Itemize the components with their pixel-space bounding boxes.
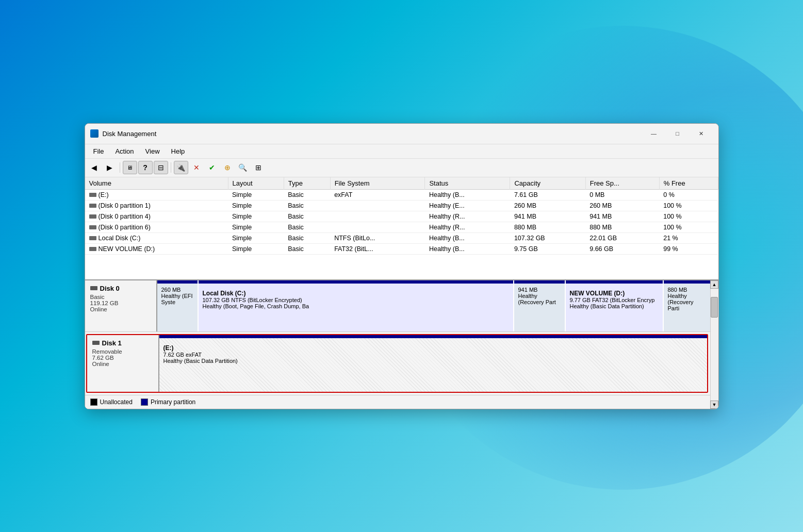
cell-layout: Simple [228,200,284,211]
delete-button[interactable]: ✕ [189,161,204,174]
volume-table: Volume Layout Type File System Status Ca… [85,177,718,255]
cell-type: Basic [284,232,330,243]
minimize-button[interactable]: — [642,125,666,142]
cell-status: Healthy (E... [425,200,510,211]
disk1-row: Disk 1 Removable 7.62 GB Online (E:) 7.6 [87,335,707,392]
scroll-up-arrow[interactable]: ▲ [710,280,718,289]
disk1-e-size: 7.62 GB exFAT [163,352,703,358]
cell-volume: NEW VOLUME (D:) [85,243,228,254]
vol-icon [89,247,96,251]
scrollbar-thumb[interactable] [711,297,718,318]
disk1-name: Disk 1 [92,339,153,347]
table-row[interactable]: (E:) Simple Basic exFAT Healthy (B... 7.… [85,189,718,200]
disk0-partition-recovery2[interactable]: 880 MB Healthy (Recovery Parti [664,280,710,331]
legend-primary-label: Primary partition [151,398,195,406]
window-controls: — □ ✕ [642,125,713,142]
cell-status: Healthy (B... [425,243,510,254]
legend-bar: Unallocated Primary partition [85,395,710,409]
disk1-partition-e[interactable]: (E:) 7.62 GB exFAT Healthy (Basic Data P… [159,338,707,392]
disk0-rec1-status: Healthy (Recovery Part [518,293,561,305]
cell-status: Healthy (B... [425,232,510,243]
vol-icon [89,193,96,197]
check-button[interactable]: ✔ [205,161,219,174]
cell-filesystem [330,222,425,232]
table-header-row: Volume Layout Type File System Status Ca… [85,177,718,190]
menubar: File Action View Help [85,144,718,159]
disk0-label: Disk 0 Basic 119.12 GB Online [85,280,157,331]
toolbar-separator-1 [120,162,120,173]
vol-icon [89,214,96,219]
cell-type: Basic [284,189,330,200]
disk0-partition-d[interactable]: NEW VOLUME (D:) 9.77 GB FAT32 (BitLocker… [566,280,664,331]
col-filesystem[interactable]: File System [330,177,425,190]
cell-pctfree: 100 % [659,211,718,222]
help-button[interactable]: ? [138,161,153,174]
table-row[interactable]: (Disk 0 partition 1) Simple Basic Health… [85,200,718,211]
col-volume[interactable]: Volume [85,177,228,190]
cell-filesystem [330,200,425,211]
table-row[interactable]: (Disk 0 partition 4) Simple Basic Health… [85,211,718,222]
cell-volume: (Disk 0 partition 4) [85,211,228,222]
cell-free: 880 MB [585,222,659,232]
disk0-d-status: Healthy (Basic Data Partition) [570,303,659,309]
vol-icon [89,204,96,208]
col-type[interactable]: Type [284,177,330,190]
cell-capacity: 107.32 GB [510,232,585,243]
properties2-button[interactable]: ⊞ [251,161,266,174]
disk0-partition-recovery1[interactable]: 941 MB Healthy (Recovery Part [514,280,566,331]
disk0-status: Online [90,306,151,312]
back-button[interactable]: ◀ [87,161,102,174]
cell-layout: Simple [228,232,284,243]
window-title: Disk Management [103,130,642,138]
cell-status: Healthy (R... [425,222,510,232]
close-button[interactable]: ✕ [690,125,713,142]
disk-properties-button[interactable]: 🖥 [123,161,137,174]
disk1-label: Disk 1 Removable 7.62 GB Online [87,335,159,392]
col-pctfree[interactable]: % Free [659,177,718,190]
connect-disk-button[interactable]: 🔌 [174,161,188,174]
search-button[interactable]: 🔍 [236,161,250,174]
cell-pctfree: 100 % [659,222,718,232]
menu-help[interactable]: Help [166,146,190,157]
maximize-button[interactable]: □ [666,125,690,142]
disk0-d-topbar [566,280,663,284]
cell-filesystem: exFAT [330,189,425,200]
cell-capacity: 880 MB [510,222,585,232]
menu-file[interactable]: File [88,146,109,157]
col-status[interactable]: Status [425,177,510,190]
add-button[interactable]: ⊕ [220,161,235,174]
scroll-down-arrow[interactable]: ▼ [710,401,718,409]
main-window: Disk Management — □ ✕ File Action View H… [85,123,719,409]
disk0-c-topbar [199,280,513,284]
app-icon [90,129,99,138]
cell-status: Healthy (B... [425,189,510,200]
cell-layout: Simple [228,189,284,200]
legend-unallocated-box [90,398,97,406]
disk0-partition-c[interactable]: Local Disk (C:) 107.32 GB NTFS (BitLocke… [199,280,514,331]
disk1-e-status: Healthy (Basic Data Partition) [163,358,703,364]
legend-primary: Primary partition [141,398,195,406]
cell-type: Basic [284,211,330,222]
cell-pctfree: 21 % [659,232,718,243]
forward-button[interactable]: ▶ [103,161,117,174]
cell-free: 0 MB [585,189,659,200]
volume-table-section: Volume Layout Type File System Status Ca… [85,177,718,280]
table-row[interactable]: Local Disk (C:) Simple Basic NTFS (BitLo… [85,232,718,243]
content-area: Volume Layout Type File System Status Ca… [85,177,718,409]
col-layout[interactable]: Layout [228,177,284,190]
disk0-c-size: 107.32 GB NTFS (BitLocker Encrypted) [203,297,509,303]
cell-filesystem [330,211,425,222]
cell-layout: Simple [228,243,284,254]
menu-action[interactable]: Action [110,146,139,157]
table-row[interactable]: (Disk 0 partition 6) Simple Basic Health… [85,222,718,232]
col-capacity[interactable]: Capacity [510,177,585,190]
disk0-partition-efi[interactable]: 260 MB Healthy (EFI Syste [157,280,199,331]
disk1-status: Online [92,361,153,367]
scrollbar-track[interactable]: ▲ ▼ [710,280,718,409]
cell-volume: (Disk 0 partition 1) [85,200,228,211]
table-row[interactable]: NEW VOLUME (D:) Simple Basic FAT32 (BitL… [85,243,718,254]
volume-list-button[interactable]: ⊟ [154,161,168,174]
menu-view[interactable]: View [140,146,165,157]
disk0-efi-size: 260 MB [161,287,193,293]
col-free[interactable]: Free Sp... [585,177,659,190]
